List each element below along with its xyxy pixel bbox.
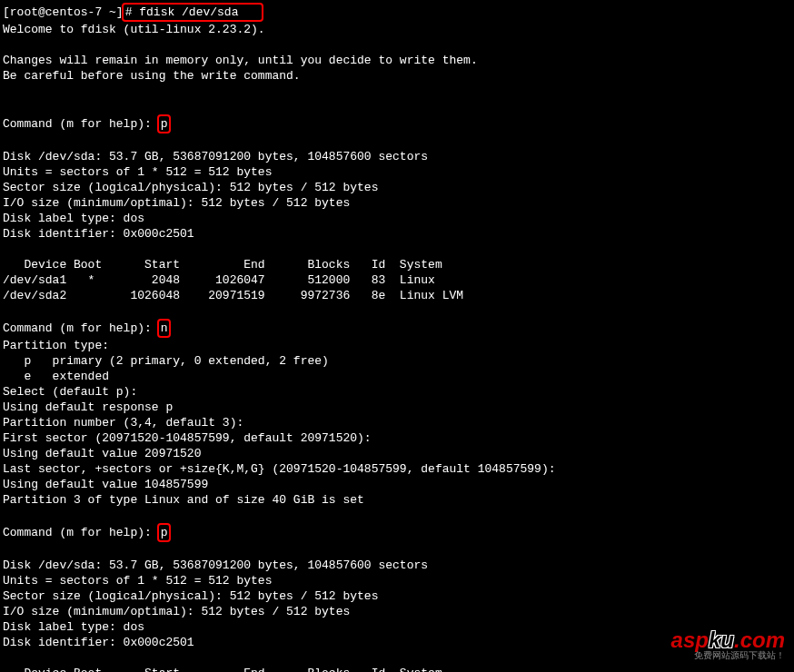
- disk-label-info: Disk label type: dos: [3, 212, 144, 225]
- partition-table-header: Device Boot Start End Blocks Id System: [3, 258, 442, 272]
- watermark-text: aspku.com: [671, 632, 785, 647]
- warning-line-1: Changes will remain in memory only, unti…: [3, 54, 478, 67]
- io-size-info: I/O size (minimum/optimal): 512 bytes / …: [3, 605, 350, 618]
- disk-info: Disk /dev/sda: 53.7 GB, 53687091200 byte…: [3, 150, 428, 163]
- command-prompt: Command (m for help):: [3, 321, 159, 335]
- io-size-info: I/O size (minimum/optimal): 512 bytes / …: [3, 196, 350, 210]
- welcome-line: Welcome to fdisk (util-linux 2.23.2).: [3, 23, 265, 36]
- highlighted-input-p: p: [157, 523, 172, 542]
- command-prompt: Command (m for help):: [3, 526, 159, 539]
- partition-type-primary: p primary (2 primary, 0 extended, 2 free…: [3, 354, 329, 368]
- partition-type-extended: e extended: [3, 370, 109, 383]
- first-sector-prompt: First sector (20971520-104857599, defaul…: [3, 431, 372, 445]
- disk-id-info: Disk identifier: 0x000c2501: [3, 636, 194, 649]
- disk-label-info: Disk label type: dos: [3, 620, 144, 634]
- highlighted-input-p: p: [157, 114, 172, 133]
- sector-size-info: Sector size (logical/physical): 512 byte…: [3, 589, 378, 603]
- shell-prompt: [root@centos-7 ~]: [3, 5, 124, 19]
- partition-number-prompt: Partition number (3,4, default 3):: [3, 416, 243, 430]
- select-prompt: Select (default p):: [3, 385, 137, 399]
- last-sector-prompt: Last sector, +sectors or +size{K,M,G} (2…: [3, 462, 556, 476]
- default-value-2: Using default value 104857599: [3, 478, 208, 491]
- partition-row-sda2: /dev/sda2 1026048 20971519 9972736 8e Li…: [3, 289, 463, 302]
- terminal-output: [root@centos-7 ~]# fdisk /dev/sda Welcom…: [3, 3, 791, 672]
- partition-row-sda1: /dev/sda1 * 2048 1026047 512000 83 Linux: [3, 273, 435, 287]
- partition-table-header: Device Boot Start End Blocks Id System: [3, 667, 442, 672]
- disk-info: Disk /dev/sda: 53.7 GB, 53687091200 byte…: [3, 558, 428, 572]
- command-prompt: Command (m for help):: [3, 117, 159, 131]
- units-info: Units = sectors of 1 * 512 = 512 bytes: [3, 165, 272, 179]
- highlighted-input-n: n: [157, 319, 172, 338]
- default-response: Using default response p: [3, 400, 173, 414]
- disk-id-info: Disk identifier: 0x000c2501: [3, 227, 194, 241]
- partition-set-info: Partition 3 of type Linux and of size 40…: [3, 493, 364, 507]
- highlighted-command: # fdisk /dev/sda: [122, 3, 263, 22]
- units-info: Units = sectors of 1 * 512 = 512 bytes: [3, 574, 272, 588]
- default-value-1: Using default value 20971520: [3, 447, 201, 460]
- watermark-logo: aspku.com 免费网站源码下载站！: [671, 632, 785, 663]
- partition-type-header: Partition type:: [3, 339, 109, 352]
- warning-line-2: Be careful before using the write comman…: [3, 69, 301, 83]
- sector-size-info: Sector size (logical/physical): 512 byte…: [3, 181, 378, 194]
